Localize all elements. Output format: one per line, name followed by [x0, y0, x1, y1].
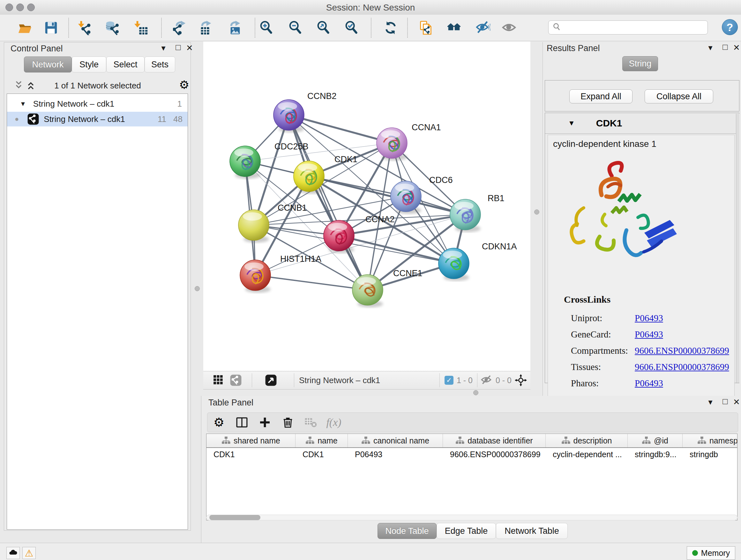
import-database-button[interactable]	[103, 18, 122, 38]
table-row[interactable]: CDK1CDK1P064939606.ENSP00000378699cyclin…	[206, 448, 737, 461]
table-hscrollbar-track[interactable]	[206, 515, 738, 520]
import-network-button[interactable]	[75, 18, 93, 38]
split-columns-icon[interactable]	[230, 416, 253, 429]
delete-column-icon[interactable]	[276, 416, 299, 429]
network-node-CCNB1[interactable]	[239, 210, 269, 240]
column-type-icon	[221, 436, 231, 445]
table-cell[interactable]: stringdb	[683, 448, 738, 461]
control-panel-close-icon[interactable]: ✕	[184, 43, 195, 53]
column-type-icon	[306, 436, 315, 445]
table-cell[interactable]: CDK1	[295, 448, 348, 461]
import-table-button[interactable]	[132, 18, 151, 38]
results-scrollbar[interactable]	[736, 114, 739, 383]
search-box[interactable]	[548, 20, 708, 35]
birdseye-icon[interactable]	[515, 374, 527, 387]
network-node-CCNA2[interactable]	[324, 220, 354, 251]
left-splitter-handle[interactable]	[195, 286, 200, 291]
table-cell[interactable]: P06493	[348, 448, 443, 461]
results-panel-menu-icon[interactable]: ▾	[705, 43, 716, 53]
refresh-button[interactable]	[381, 18, 400, 38]
save-session-button[interactable]	[42, 18, 60, 38]
column-header-database-identifier[interactable]: database identifier	[443, 434, 546, 447]
share-view-icon[interactable]	[229, 374, 242, 387]
network-node-CCNA1[interactable]	[377, 128, 407, 159]
network-options-gear-icon[interactable]: ⚙	[179, 78, 189, 91]
table-cell[interactable]: cyclin-dependent ...	[546, 448, 628, 461]
zoom-in-button[interactable]	[257, 18, 276, 38]
network-node-CDKN1A[interactable]	[439, 248, 469, 279]
network-collection-row[interactable]: ▼ String Network – cdk1 1	[7, 97, 188, 111]
help-button[interactable]: ?	[722, 19, 738, 35]
hide-unhide-button[interactable]	[474, 18, 492, 38]
tab-network-table[interactable]: Network Table	[496, 523, 568, 539]
tab-edge-table[interactable]: Edge Table	[436, 523, 496, 539]
column-header--id[interactable]: @id	[628, 434, 683, 447]
main-toolbar: ?	[0, 15, 741, 41]
results-panel-close-icon[interactable]: ✕	[731, 43, 741, 53]
table-panel-float-icon[interactable]: □	[720, 396, 731, 407]
grid-view-icon[interactable]	[212, 374, 225, 387]
network-node-HIST1H1A[interactable]	[240, 260, 271, 291]
export-network-button[interactable]	[171, 18, 190, 38]
copy-network-style-button[interactable]	[417, 18, 435, 38]
zoom-selected-button[interactable]	[342, 18, 361, 38]
column-header-canonical-name[interactable]: canonical name	[348, 434, 443, 447]
collapse-all-button[interactable]: Collapse All	[645, 89, 713, 104]
tab-node-table[interactable]: Node Table	[378, 523, 436, 539]
protein-expander-icon[interactable]: ▼	[568, 119, 575, 127]
tab-string[interactable]: String	[622, 56, 658, 71]
open-session-button[interactable]	[16, 18, 34, 38]
expand-all-button[interactable]: Expand All	[569, 89, 632, 104]
column-header-name[interactable]: name	[295, 434, 348, 447]
zoom-fit-button[interactable]	[314, 18, 333, 38]
home-layout-button[interactable]	[445, 18, 463, 38]
cloud-status-button[interactable]	[6, 547, 20, 559]
add-column-icon[interactable]	[253, 416, 276, 429]
detach-view-icon[interactable]	[265, 374, 277, 387]
table-cell[interactable]: CDK1	[206, 448, 295, 461]
crosslink-link[interactable]: 9606.ENSP00000378699	[635, 362, 729, 372]
crosslink-link[interactable]: P06493	[635, 329, 663, 340]
control-panel-menu-icon[interactable]: ▾	[158, 43, 169, 53]
tab-style[interactable]: Style	[72, 57, 106, 72]
network-canvas[interactable]: CCNB2CCNA1CDC25BCDK1CDC6RB1CCNB1CCNA2CDK…	[203, 42, 530, 371]
protein-section-header[interactable]: ▼ CDK1	[545, 113, 739, 134]
network-node-CDK1[interactable]	[293, 161, 324, 192]
network-row-selected[interactable]: ● String Network – cdk1 11 48	[7, 112, 188, 126]
warning-status-button[interactable]: ⚠	[22, 547, 36, 559]
crosslink-link[interactable]: P06493	[635, 378, 663, 388]
table-hscrollbar-thumb[interactable]	[209, 515, 260, 520]
column-header-description[interactable]: description	[546, 434, 628, 447]
tree-expander-icon[interactable]: ▼	[20, 100, 26, 108]
crosslink-link[interactable]: 9606.ENSP00000378699	[635, 346, 729, 356]
network-node-CCNB2[interactable]	[273, 100, 304, 130]
network-node-CCNE1[interactable]	[352, 274, 383, 305]
column-header-shared-name[interactable]: shared name	[206, 434, 295, 447]
network-node-CDC6[interactable]	[391, 181, 421, 212]
table-panel-menu-icon[interactable]: ▾	[705, 397, 716, 407]
results-panel-float-icon[interactable]: □	[720, 42, 731, 52]
network-node-CDC25B[interactable]	[230, 146, 260, 177]
tab-network[interactable]: Network	[24, 57, 72, 72]
export-image-button[interactable]	[226, 18, 244, 38]
network-edge[interactable]	[255, 275, 367, 290]
control-panel-float-icon[interactable]: □	[173, 43, 184, 52]
selected-checkbox-icon[interactable]: ✓	[445, 376, 454, 385]
crosslink-link[interactable]: P06493	[635, 313, 663, 323]
table-cell[interactable]: stringdb:9...	[628, 448, 683, 461]
export-table-button[interactable]	[197, 18, 215, 38]
table-cell[interactable]: 9606.ENSP00000378699	[443, 448, 546, 461]
table-panel-close-icon[interactable]: ✕	[731, 397, 741, 407]
bottom-splitter-handle[interactable]	[473, 390, 478, 395]
right-splitter-handle[interactable]	[534, 209, 539, 214]
results-panel-title: Results Panel	[547, 44, 600, 53]
search-input[interactable]	[562, 23, 708, 33]
zoom-out-button[interactable]	[286, 18, 305, 38]
show-eye-button[interactable]	[500, 18, 518, 38]
column-header-namespace[interactable]: namespace	[683, 434, 738, 447]
network-node-RB1[interactable]	[450, 199, 481, 230]
tab-sets[interactable]: Sets	[145, 57, 175, 72]
table-gear-icon[interactable]: ⚙	[207, 415, 230, 429]
memory-button[interactable]: Memory	[687, 546, 735, 560]
tab-select[interactable]: Select	[106, 57, 145, 72]
